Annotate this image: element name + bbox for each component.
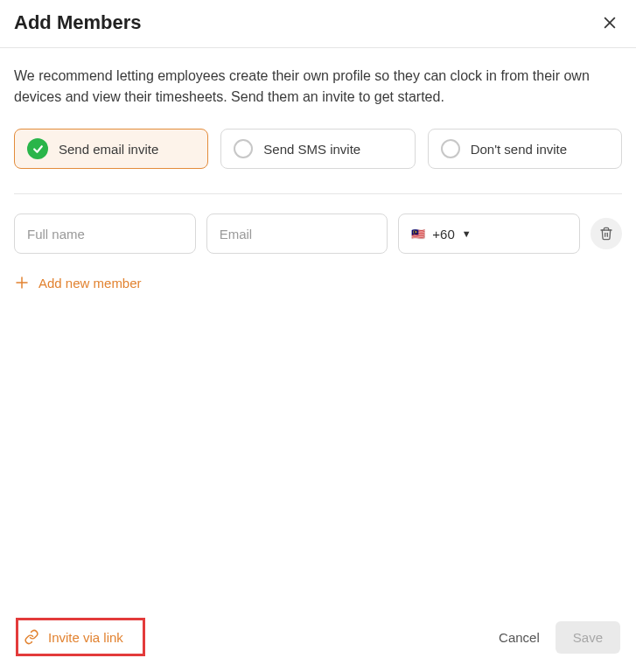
link-icon	[24, 629, 39, 645]
description-text: We recommend letting employees create th…	[14, 66, 622, 108]
email-input[interactable]	[206, 214, 388, 254]
full-name-input[interactable]	[14, 214, 196, 254]
member-row: 🇲🇾 +60 ▼	[14, 214, 622, 254]
chevron-down-icon: ▼	[462, 228, 472, 239]
close-button[interactable]	[598, 10, 622, 35]
invite-options-group: Send email invite Send SMS invite Don't …	[14, 129, 622, 194]
invite-option-email-label: Send email invite	[59, 142, 158, 157]
invite-via-link-button[interactable]: Invite via link	[16, 618, 145, 656]
cancel-button[interactable]: Cancel	[499, 630, 540, 645]
check-icon	[27, 138, 48, 159]
add-member-label: Add new member	[38, 276, 142, 290]
radio-icon	[441, 139, 460, 158]
invite-option-email[interactable]: Send email invite	[14, 129, 208, 169]
footer-actions: Cancel Save	[499, 621, 620, 654]
invite-option-none-label: Don't send invite	[471, 142, 567, 157]
modal-header: Add Members	[0, 0, 636, 48]
plus-icon	[14, 275, 30, 290]
save-button[interactable]: Save	[556, 621, 620, 654]
invite-option-sms[interactable]: Send SMS invite	[220, 129, 415, 169]
phone-country-code: +60	[432, 227, 454, 242]
invite-option-none[interactable]: Don't send invite	[428, 129, 622, 169]
radio-icon	[234, 139, 253, 158]
phone-input[interactable]: 🇲🇾 +60 ▼	[398, 214, 580, 254]
trash-icon	[599, 227, 613, 241]
invite-option-sms-label: Send SMS invite	[263, 142, 360, 157]
country-flag: 🇲🇾	[411, 228, 425, 241]
modal-footer: Invite via link Cancel Save	[0, 602, 636, 672]
modal-title: Add Members	[14, 11, 141, 34]
add-member-button[interactable]: Add new member	[14, 275, 622, 290]
close-icon	[601, 14, 619, 32]
modal-content: We recommend letting employees create th…	[0, 48, 636, 602]
delete-row-button[interactable]	[591, 218, 622, 249]
invite-via-link-label: Invite via link	[48, 630, 123, 645]
